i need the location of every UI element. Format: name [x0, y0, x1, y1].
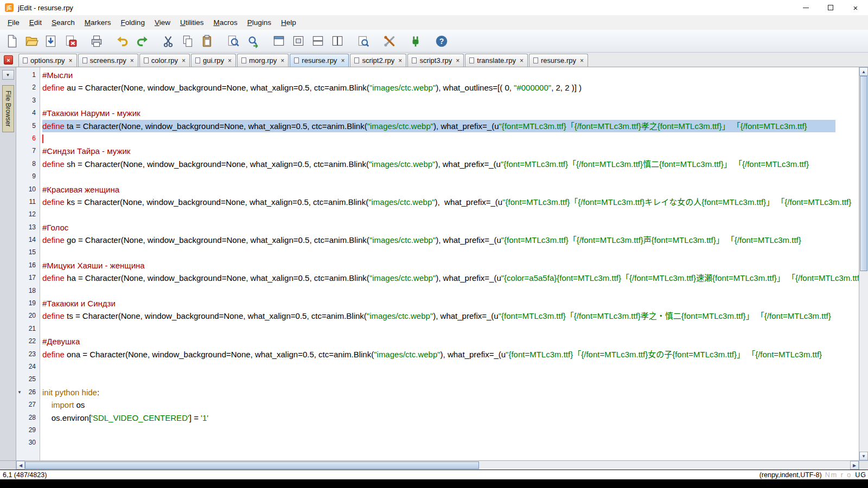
- menu-utilities[interactable]: Utilities: [175, 15, 209, 30]
- paste-button[interactable]: [199, 33, 216, 50]
- find-button[interactable]: [225, 33, 242, 50]
- tab-close-icon[interactable]: ×: [580, 57, 584, 65]
- tab-resurse.rpy-9[interactable]: resurse.rpy×: [529, 54, 588, 67]
- code-line-24[interactable]: [40, 361, 859, 373]
- tab-script3.rpy-7[interactable]: script3.rpy×: [407, 54, 464, 67]
- print-button[interactable]: [88, 33, 105, 50]
- menu-markers[interactable]: Markers: [80, 15, 116, 30]
- cut-button[interactable]: [159, 33, 177, 50]
- split-horizontal-button[interactable]: [309, 33, 327, 50]
- code-line-17[interactable]: define ha = Character(None, window_backg…: [40, 272, 859, 284]
- code-line-30[interactable]: [40, 436, 859, 449]
- code-line-2[interactable]: define au = Character(None, window_backg…: [40, 81, 859, 94]
- code-line-8[interactable]: define sh = Character(None, window_backg…: [40, 158, 859, 170]
- code-line-26[interactable]: init python hide:: [40, 386, 859, 399]
- code-line-20[interactable]: define ts = Character(None, window_backg…: [40, 310, 859, 322]
- tab-options.rpy-0[interactable]: options.rpy×: [18, 54, 77, 67]
- split-vertical-button[interactable]: [329, 33, 346, 50]
- tab-morg.rpy-4[interactable]: morg.rpy×: [237, 54, 289, 67]
- close-buffer-button[interactable]: [62, 33, 79, 50]
- vertical-scrollbar[interactable]: ▲ ▼: [859, 67, 868, 460]
- new-view-button[interactable]: [270, 33, 288, 50]
- code-line-14[interactable]: define go = Character(None, window_backg…: [40, 234, 859, 246]
- search-in-directory-button[interactable]: [355, 33, 372, 50]
- find-next-button[interactable]: [244, 33, 261, 50]
- tab-resurse.rpy-5[interactable]: resurse.rpy×: [290, 54, 349, 67]
- close-current-buffer-button[interactable]: ×: [4, 55, 13, 65]
- code-line-4[interactable]: #Такаюки Наруми - мужик: [40, 107, 859, 119]
- fold-arrow-icon[interactable]: ▼: [17, 386, 22, 399]
- new-file-button[interactable]: [3, 33, 21, 50]
- code-line-18[interactable]: [40, 285, 859, 297]
- menu-plugins[interactable]: Plugins: [242, 15, 276, 30]
- code-line-1[interactable]: #Мысли: [40, 69, 859, 81]
- tab-translate.rpy-8[interactable]: translate.rpy×: [465, 54, 528, 67]
- code-line-27[interactable]: import os: [40, 399, 859, 411]
- tab-close-icon[interactable]: ×: [280, 57, 284, 65]
- plugin-manager-button[interactable]: [407, 33, 424, 50]
- file-browser-dock-tab[interactable]: File Browser: [2, 85, 14, 132]
- tab-close-icon[interactable]: ×: [341, 57, 344, 65]
- tab-gui.rpy-3[interactable]: gui.rpy×: [191, 54, 236, 67]
- code-line-25[interactable]: [40, 373, 859, 386]
- code-line-29[interactable]: [40, 424, 859, 436]
- menu-search[interactable]: Search: [47, 15, 80, 30]
- menu-macros[interactable]: Macros: [208, 15, 242, 30]
- help-button[interactable]: ?: [433, 33, 450, 50]
- tab-script2.rpy-6[interactable]: script2.rpy×: [350, 54, 406, 67]
- horizontal-scrollbar-thumb[interactable]: [25, 461, 479, 469]
- code-line-22[interactable]: #Девушка: [40, 335, 859, 348]
- close-button[interactable]: ×: [843, 0, 868, 15]
- code-line-16[interactable]: #Мицуки Хаяши - женщина: [40, 259, 859, 272]
- code-line-10[interactable]: #Красивая женщина: [40, 183, 859, 196]
- minimize-button[interactable]: [793, 0, 818, 15]
- code-line-6[interactable]: [40, 132, 859, 145]
- code-line-28[interactable]: os.environ['SDL_VIDEO_CENTERED'] = '1': [40, 412, 859, 424]
- undo-button[interactable]: [114, 33, 131, 50]
- scroll-up-button[interactable]: ▲: [859, 67, 868, 76]
- scroll-left-button[interactable]: ◀: [16, 461, 25, 470]
- open-file-button[interactable]: [23, 33, 40, 50]
- menu-help[interactable]: Help: [276, 15, 301, 30]
- tab-color.rpy-2[interactable]: color.rpy×: [139, 54, 190, 67]
- help-icon: ?: [435, 34, 449, 48]
- tab-close-icon[interactable]: ×: [69, 57, 73, 65]
- tab-close-icon[interactable]: ×: [520, 57, 524, 65]
- menu-file[interactable]: File: [3, 15, 24, 30]
- code-line-7[interactable]: #Синдзи Тайра - мужик: [40, 145, 859, 157]
- menu-edit[interactable]: Edit: [24, 15, 47, 30]
- tab-close-icon[interactable]: ×: [228, 57, 232, 65]
- toolbar-group: [3, 33, 79, 50]
- tab-screens.rpy-1[interactable]: screens.rpy×: [78, 54, 138, 67]
- vertical-scrollbar-track[interactable]: [859, 76, 868, 452]
- tab-close-icon[interactable]: ×: [182, 57, 186, 65]
- code-line-21[interactable]: [40, 323, 859, 335]
- tab-close-icon[interactable]: ×: [130, 57, 134, 65]
- global-options-button[interactable]: [381, 33, 398, 50]
- unsplit-button[interactable]: [290, 33, 307, 50]
- dock-popup-button[interactable]: ▼: [2, 70, 14, 80]
- horizontal-scrollbar-track[interactable]: [25, 461, 850, 470]
- code-line-11[interactable]: define ks = Character(None, window_backg…: [40, 196, 859, 208]
- menu-view[interactable]: View: [150, 15, 175, 30]
- code-area[interactable]: #Мыслиdefine au = Character(None, window…: [40, 67, 859, 460]
- maximize-button[interactable]: [818, 0, 843, 15]
- tab-close-icon[interactable]: ×: [456, 57, 459, 65]
- code-line-5[interactable]: define ta = Character(None, window_backg…: [40, 120, 859, 132]
- redo-button[interactable]: [133, 33, 151, 50]
- code-line-13[interactable]: #Голос: [40, 221, 859, 234]
- save-file-button[interactable]: [42, 33, 60, 50]
- scroll-right-button[interactable]: ▶: [850, 461, 859, 470]
- tab-close-icon[interactable]: ×: [398, 57, 402, 65]
- code-line-12[interactable]: [40, 208, 859, 221]
- code-line-19[interactable]: #Такаюки и Синдзи: [40, 297, 859, 310]
- copy-button[interactable]: [179, 33, 196, 50]
- code-line-3[interactable]: [40, 94, 859, 107]
- code-line-9[interactable]: [40, 170, 859, 183]
- menu-folding[interactable]: Folding: [116, 15, 150, 30]
- code-line-15[interactable]: [40, 246, 859, 259]
- code-line-23[interactable]: define ona = Character(None, window_back…: [40, 348, 859, 361]
- horizontal-scrollbar[interactable]: ◀ ▶: [0, 460, 868, 470]
- scroll-down-button[interactable]: ▼: [859, 452, 868, 460]
- vertical-scrollbar-thumb[interactable]: [860, 76, 867, 271]
